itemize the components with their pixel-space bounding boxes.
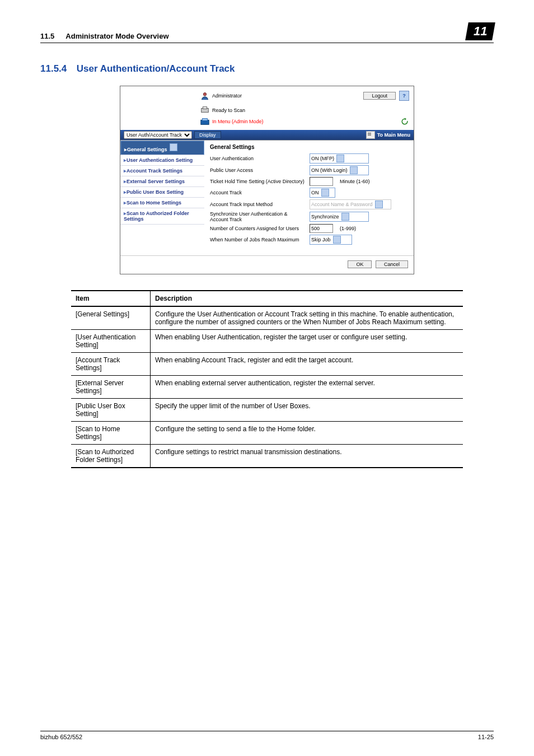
role-label: Administrator: [212, 93, 242, 99]
cancel-button[interactable]: Cancel: [376, 260, 408, 268]
user-auth-label: User Authentication: [210, 156, 305, 161]
maxjob-select[interactable]: Skip Job: [310, 235, 352, 245]
status-ready: Ready to Scan: [212, 108, 245, 113]
ticket-hold-input[interactable]: [310, 177, 333, 186]
printer-icon: [200, 105, 210, 115]
ok-button[interactable]: OK: [348, 260, 372, 268]
table-row-desc: Configure the setting to send a file to …: [151, 422, 463, 445]
table-row-item: [External Server Settings]: [71, 376, 151, 399]
sync-select[interactable]: Synchronize: [310, 212, 369, 222]
th-description: Description: [151, 291, 463, 306]
to-main-menu-link[interactable]: To Main Menu: [366, 131, 410, 139]
table-row-item: [Scan to Authorized Folder Settings]: [71, 445, 151, 468]
input-method-select: Account Name & Password: [310, 199, 391, 209]
public-access-select[interactable]: ON (With Login): [310, 165, 369, 175]
account-track-select[interactable]: ON: [310, 188, 335, 198]
sidebar: General Settings User Authentication Set…: [120, 141, 204, 252]
table-row-desc: When enabling external server authentica…: [151, 376, 463, 399]
subsection-title: User Authentication/Account Track: [77, 63, 235, 74]
user-icon: [200, 91, 210, 101]
table-row-item: [General Settings]: [71, 306, 151, 330]
table-row-desc: Configure the User Authentication or Acc…: [151, 306, 463, 330]
table-row-desc: Specify the upper limit of the number of…: [151, 399, 463, 422]
table-row-desc: When enabling User Authentication, regis…: [151, 330, 463, 353]
account-track-label: Account Track: [210, 190, 305, 195]
table-row-item: [Public User Box Setting]: [71, 399, 151, 422]
display-button[interactable]: Display: [194, 131, 221, 139]
logout-button[interactable]: Logout: [363, 92, 396, 100]
help-icon[interactable]: ?: [399, 91, 409, 101]
public-access-label: Public User Access: [210, 167, 305, 173]
ticket-hold-hint: Minute (1-60): [340, 179, 370, 184]
sidebar-scan-to-home-settings[interactable]: Scan to Home Settings: [120, 198, 204, 208]
menu-icon: [366, 131, 375, 139]
refresh-icon[interactable]: [400, 117, 409, 126]
sidebar-external-server-settings[interactable]: External Server Settings: [120, 176, 204, 187]
section-select[interactable]: User Auth/Account Track: [124, 131, 192, 139]
svg-rect-2: [203, 107, 207, 109]
footer-model: bizhub 652/552: [40, 734, 82, 740]
ticket-hold-label: Ticket Hold Time Setting (Active Directo…: [210, 179, 305, 184]
counters-input[interactable]: [310, 224, 333, 233]
footer-page: 11-25: [478, 734, 494, 740]
panel-title: General Settings: [210, 144, 408, 150]
maxjob-label: When Number of Jobs Reach Maximum: [210, 237, 305, 242]
table-row-item: [Scan to Home Settings]: [71, 422, 151, 445]
description-table: Item Description [General Settings]Confi…: [71, 290, 463, 468]
sidebar-public-user-box-setting[interactable]: Public User Box Setting: [120, 187, 204, 198]
table-row-desc: When enabling Account Track, register an…: [151, 353, 463, 376]
th-item: Item: [71, 291, 151, 306]
counters-label: Number of Counters Assigned for Users: [210, 226, 305, 231]
section-title: Administrator Mode Overview: [65, 32, 466, 40]
sidebar-account-track-settings[interactable]: Account Track Settings: [120, 166, 204, 176]
input-method-label: Account Track Input Method: [210, 202, 305, 207]
table-row-item: [Account Track Settings]: [71, 353, 151, 376]
table-row-item: [User Authentication Setting]: [71, 330, 151, 353]
counters-hint: (1-999): [340, 226, 356, 231]
user-auth-select[interactable]: ON (MFP): [310, 153, 369, 164]
table-row-desc: Configure settings to restrict manual tr…: [151, 445, 463, 468]
sidebar-scan-to-authorized-folder[interactable]: Scan to Authorized Folder Settings: [120, 208, 204, 225]
admin-ui-screenshot: Administrator Logout ? Ready to Scan: [120, 86, 414, 274]
section-number: 11.5: [40, 32, 54, 40]
chapter-badge: 11: [465, 22, 495, 40]
scanner-icon: [200, 116, 210, 127]
nav-bar: User Auth/Account Track Display To Main …: [120, 130, 414, 140]
sidebar-user-auth-setting[interactable]: User Authentication Setting: [120, 155, 204, 166]
subsection-number: 11.5.4: [40, 63, 74, 74]
status-admin-mode: In Menu (Admin Mode): [212, 119, 264, 124]
sidebar-general-settings[interactable]: General Settings: [120, 141, 204, 155]
sync-label: Synchronize User Authentication & Accoun…: [210, 211, 305, 222]
svg-point-0: [203, 93, 206, 96]
svg-rect-4: [203, 119, 208, 121]
